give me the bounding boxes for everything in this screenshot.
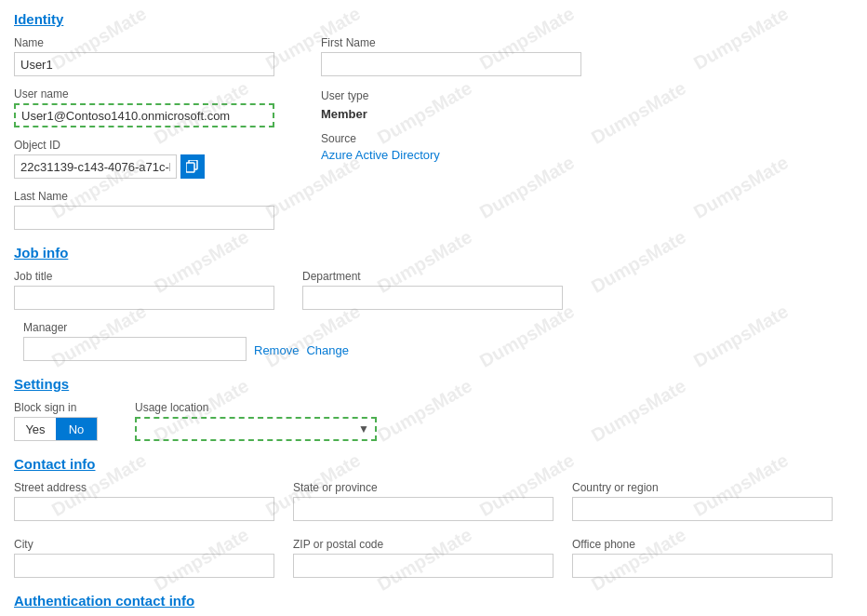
office-phone-label: Office phone xyxy=(572,538,833,551)
job-title-label: Job title xyxy=(14,270,274,283)
block-sign-in-yes[interactable]: Yes xyxy=(15,418,56,440)
manager-label: Manager xyxy=(23,321,349,334)
zip-input[interactable] xyxy=(293,554,554,578)
first-name-input[interactable] xyxy=(321,52,581,76)
block-sign-in-toggle[interactable]: Yes No xyxy=(14,417,98,441)
change-manager-link[interactable]: Change xyxy=(306,343,349,357)
office-phone-input[interactable] xyxy=(572,554,833,578)
identity-title: Identity xyxy=(14,11,853,27)
object-id-label: Object ID xyxy=(14,139,274,152)
usage-location-label: Usage location xyxy=(135,401,377,414)
street-address-input[interactable] xyxy=(14,497,274,521)
copy-object-id-button[interactable] xyxy=(180,154,205,179)
city-label: City xyxy=(14,538,274,551)
contact-info-section: Contact info Street address State or pro… xyxy=(14,456,853,589)
street-address-label: Street address xyxy=(14,481,274,494)
job-info-title: Job info xyxy=(14,245,853,261)
last-name-label: Last Name xyxy=(14,190,274,203)
svg-rect-1 xyxy=(186,163,194,172)
first-name-label: First Name xyxy=(321,36,581,49)
city-input[interactable] xyxy=(14,554,274,578)
block-sign-in-no[interactable]: No xyxy=(56,418,97,440)
zip-label: ZIP or postal code xyxy=(293,538,554,551)
username-input[interactable] xyxy=(14,103,274,127)
username-label: User name xyxy=(14,87,274,100)
last-name-input[interactable] xyxy=(14,206,274,230)
state-province-label: State or province xyxy=(293,481,554,494)
auth-contact-info-title: Authentication contact info xyxy=(14,593,853,609)
settings-title: Settings xyxy=(14,376,853,392)
department-label: Department xyxy=(302,270,563,283)
job-title-input[interactable] xyxy=(14,286,274,310)
source-label: Source xyxy=(321,132,581,145)
auth-contact-info-section: Authentication contact info Phone Email … xyxy=(14,593,853,616)
identity-section: Identity Name User name Object ID xyxy=(14,11,853,241)
usage-location-select[interactable]: ▼ xyxy=(135,417,377,441)
country-region-input[interactable] xyxy=(572,497,833,521)
block-sign-in-label: Block sign in xyxy=(14,401,98,414)
department-input[interactable] xyxy=(302,286,563,310)
object-id-input[interactable] xyxy=(14,154,177,179)
name-input[interactable] xyxy=(14,52,274,76)
country-region-label: Country or region xyxy=(572,481,833,494)
remove-manager-link[interactable]: Remove xyxy=(254,343,299,357)
settings-section: Settings Block sign in Yes No Usage loca… xyxy=(14,376,853,452)
manager-input[interactable] xyxy=(23,337,247,361)
name-label: Name xyxy=(14,36,274,49)
source-link[interactable]: Azure Active Directory xyxy=(321,148,581,162)
contact-info-title: Contact info xyxy=(14,456,853,472)
dropdown-arrow-icon: ▼ xyxy=(358,422,369,435)
job-info-section: Job info Job title Department Manager Re… xyxy=(14,245,853,372)
state-province-input[interactable] xyxy=(293,497,554,521)
user-type-label: User type xyxy=(321,89,581,102)
user-type-value: Member xyxy=(321,107,581,121)
